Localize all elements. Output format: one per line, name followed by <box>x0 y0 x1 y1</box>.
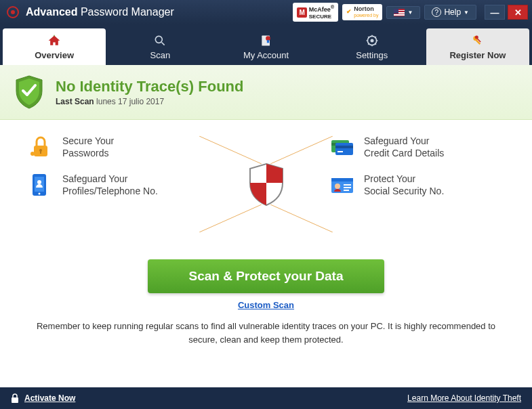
home-icon <box>47 34 61 47</box>
feature-label: Secure Your Passwords <box>62 135 114 159</box>
title-bar: Advanced Password Manager M McAfee®SECUR… <box>0 0 532 24</box>
account-icon <box>260 34 273 47</box>
feature-ssn: Protect Your Social Security No. <box>329 171 505 198</box>
svg-rect-4 <box>266 40 268 43</box>
tab-label: Scan <box>150 50 170 60</box>
shield-check-icon <box>14 74 45 110</box>
language-selector[interactable]: ▼ <box>386 6 420 19</box>
svg-rect-15 <box>34 153 39 154</box>
tab-settings[interactable]: Settings <box>321 28 424 65</box>
tab-register-now[interactable]: Register Now <box>426 28 529 65</box>
svg-rect-18 <box>335 143 353 155</box>
tab-label: My Account <box>243 50 289 60</box>
svg-rect-26 <box>331 178 353 181</box>
svg-line-1 <box>162 42 165 45</box>
status-heading: No Identity Trace(s) Found <box>56 78 243 95</box>
app-logo-icon <box>7 6 19 18</box>
feature-profiles: Safeguard Your Profiles/Telephone No. <box>27 171 203 198</box>
last-scan-text: Last Scan lunes 17 julio 2017 <box>56 97 243 106</box>
activate-now-link[interactable]: Activate Now <box>24 393 75 403</box>
svg-point-23 <box>37 180 41 184</box>
key-icon <box>471 34 485 47</box>
svg-point-24 <box>39 193 41 195</box>
feature-credit-cards: Safeguard Your Credit Card Details <box>329 133 505 160</box>
scan-protect-button[interactable]: Scan & Protect your Data <box>148 259 384 293</box>
svg-rect-31 <box>12 397 18 403</box>
content-area: No Identity Trace(s) Found Last Scan lun… <box>0 65 532 387</box>
features-grid: Secure Your Passwords Safeguard Your Cre… <box>0 120 532 255</box>
reminder-text: Remember to keep running regular scans t… <box>27 320 505 346</box>
main-tabs: Overview Scan My Account Settings Regist… <box>0 24 532 65</box>
tab-label: Register Now <box>449 50 506 60</box>
help-menu[interactable]: ? Help ▼ <box>424 5 476 20</box>
svg-point-3 <box>266 36 270 41</box>
tab-overview[interactable]: Overview <box>3 28 106 65</box>
credit-card-icon <box>329 133 356 160</box>
search-icon <box>153 34 167 47</box>
learn-more-link[interactable]: Learn More About Identity Theft <box>407 393 521 403</box>
tab-my-account[interactable]: My Account <box>214 28 317 65</box>
svg-rect-8 <box>475 39 480 45</box>
feature-label: Safeguard Your Credit Card Details <box>364 135 444 159</box>
feature-passwords: Secure Your Passwords <box>27 133 203 160</box>
status-banner: No Identity Trace(s) Found Last Scan lun… <box>0 65 532 120</box>
close-button[interactable]: ✕ <box>508 5 528 20</box>
tab-label: Settings <box>356 50 388 60</box>
svg-rect-30 <box>344 190 349 191</box>
svg-rect-20 <box>337 151 343 152</box>
flag-us-icon <box>394 9 405 16</box>
svg-rect-13 <box>40 151 41 154</box>
chevron-down-icon: ▼ <box>464 9 469 16</box>
svg-point-0 <box>156 36 163 43</box>
center-shield-icon <box>246 163 287 207</box>
svg-rect-29 <box>344 187 351 188</box>
lock-icon <box>11 393 19 403</box>
svg-rect-19 <box>335 146 353 148</box>
minimize-button[interactable]: — <box>485 5 505 20</box>
lock-icon <box>27 133 54 160</box>
chevron-down-icon: ▼ <box>407 9 413 16</box>
mcafee-badge: M McAfee®SECURE <box>293 3 338 22</box>
feature-label: Safeguard Your Profiles/Telephone No. <box>62 173 158 197</box>
tab-label: Overview <box>35 50 74 60</box>
svg-point-27 <box>335 184 340 189</box>
custom-scan-link[interactable]: Custom Scan <box>27 300 505 310</box>
id-card-icon <box>329 171 356 198</box>
cta-area: Scan & Protect your Data Custom Scan Rem… <box>0 255 532 358</box>
feature-label: Protect Your Social Security No. <box>364 173 444 197</box>
gear-icon <box>365 34 379 47</box>
svg-rect-28 <box>344 184 351 186</box>
phone-contact-icon <box>27 171 54 198</box>
svg-point-6 <box>370 39 373 42</box>
norton-badge: ✔ Nortonpowered by <box>342 4 382 20</box>
app-title: Advanced Password Manager <box>26 6 174 18</box>
help-icon: ? <box>432 7 441 17</box>
footer-bar: Activate Now Learn More About Identity T… <box>0 387 532 409</box>
connector-line <box>199 204 262 233</box>
connector-line <box>270 204 333 233</box>
tab-scan[interactable]: Scan <box>108 28 211 65</box>
